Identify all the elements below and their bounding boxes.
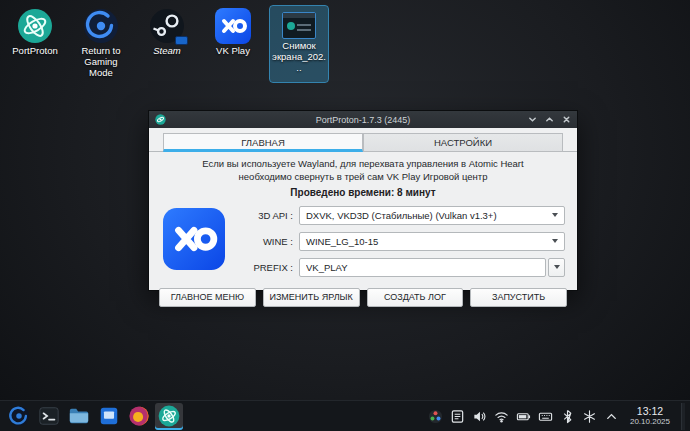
action-button-row: ГЛАВНОЕ МЕНЮ ИЗМЕНИТЬ ЯРЛЫК СОЗДАТЬ ЛОГ … — [159, 288, 567, 307]
3d-api-value: DXVK, VKD3D (Стабильные) (Vulkan v1.3+) — [306, 210, 497, 221]
wayland-notice: Если вы используете Wayland, для перехва… — [149, 158, 577, 184]
wine-select[interactable]: WINE_LG_10-15 — [299, 232, 565, 251]
tab-settings[interactable]: НАСТРОЙКИ — [363, 133, 563, 152]
minimize-button[interactable] — [525, 113, 539, 126]
main-menu-button[interactable]: ГЛАВНОЕ МЕНЮ — [159, 288, 256, 307]
taskbar-item-firefox[interactable] — [125, 403, 153, 430]
gaming-mode-icon — [83, 8, 119, 44]
screenshot-thumbnail-icon — [282, 12, 316, 39]
chevron-down-icon — [552, 239, 558, 243]
battery-icon[interactable] — [515, 408, 532, 425]
color-wheel-icon[interactable] — [427, 408, 444, 425]
bluetooth-icon[interactable] — [559, 408, 576, 425]
steam-deck-badge — [175, 36, 188, 45]
vk-play-large-icon — [163, 208, 225, 270]
wine-value: WINE_LG_10-15 — [306, 236, 378, 247]
create-log-button[interactable]: СОЗДАТЬ ЛОГ — [367, 288, 464, 307]
chevron-down-icon — [554, 265, 560, 269]
desktop-icon-portproton[interactable]: PortProton — [6, 6, 64, 82]
system-tray: 13:12 20.10.2025 — [427, 403, 685, 430]
window-titlebar[interactable]: PortProton-1.7.3 (2445) — [149, 111, 577, 128]
vk-play-icon — [215, 8, 251, 44]
prefix-input[interactable] — [299, 258, 546, 277]
portproton-window: PortProton-1.7.3 (2445) ГЛАВНАЯ НАСТРОЙК… — [148, 110, 578, 291]
desktop-icon-gaming-mode[interactable]: Return to Gaming Mode — [72, 6, 130, 82]
desktop-icon-steam[interactable]: Steam — [138, 6, 196, 82]
notes-icon[interactable] — [449, 408, 466, 425]
chevron-down-icon — [552, 213, 558, 217]
prefix-dropdown-button[interactable] — [548, 258, 565, 277]
notice-line-2: необходимо свернуть в трей сам VK Play И… — [149, 171, 577, 184]
taskbar-item-konsole[interactable] — [35, 403, 63, 430]
wine-label: WINE : — [237, 236, 299, 247]
desktop-icon-screenshot[interactable]: Снимок экрана_202... — [270, 6, 328, 82]
weather-icon[interactable] — [581, 408, 598, 425]
launch-settings-form: 3D API : DXVK, VKD3D (Стабильные) (Vulka… — [163, 206, 565, 277]
desktop-icon-label: PortProton — [12, 46, 57, 57]
clock-time: 13:12 — [630, 405, 670, 417]
3d-api-label: 3D API : — [237, 210, 299, 221]
3d-api-select[interactable]: DXVK, VKD3D (Стабильные) (Vulkan v1.3+) — [299, 206, 565, 225]
app-launcher-button[interactable] — [5, 403, 33, 430]
clock-date: 20.10.2025 — [630, 417, 670, 426]
show-desktop-button[interactable] — [681, 403, 685, 430]
digital-clock[interactable]: 13:12 20.10.2025 — [630, 405, 670, 426]
maximize-button[interactable] — [542, 113, 556, 126]
form-row-prefix: PREFIX : — [237, 258, 565, 277]
volume-icon[interactable] — [471, 408, 488, 425]
tab-bar: ГЛАВНАЯ НАСТРОЙКИ — [149, 128, 577, 152]
taskbar-item-portproton[interactable] — [155, 403, 183, 430]
expand-tray-icon[interactable] — [603, 408, 620, 425]
launch-button[interactable]: ЗАПУСТИТЬ — [470, 288, 567, 307]
desktop-icon-label: VK Play — [216, 46, 250, 57]
close-button[interactable] — [559, 113, 573, 126]
form-row-wine: WINE : WINE_LG_10-15 — [237, 232, 565, 251]
taskbar: 13:12 20.10.2025 — [0, 400, 690, 431]
keyboard-layout-icon[interactable] — [537, 408, 554, 425]
notice-line-1: Если вы используете Wayland, для перехва… — [149, 158, 577, 171]
tab-main[interactable]: ГЛАВНАЯ — [163, 133, 363, 152]
desktop-icon-label: Return to Gaming Mode — [73, 46, 129, 79]
portproton-icon — [17, 8, 53, 44]
form-row-3d-api: 3D API : DXVK, VKD3D (Стабильные) (Vulka… — [237, 206, 565, 225]
taskbar-item-app-window[interactable] — [95, 403, 123, 430]
edit-shortcut-button[interactable]: ИЗМЕНИТЬ ЯРЛЫК — [263, 288, 360, 307]
network-icon[interactable] — [493, 408, 510, 425]
desktop-icon-area: PortProton Return to Gaming Mode Steam — [6, 6, 328, 82]
steam-icon — [149, 8, 185, 44]
desktop-icon-vk-play[interactable]: VK Play — [204, 6, 262, 82]
window-title: PortProton-1.7.3 (2445) — [149, 115, 577, 125]
desktop-icon-label: Снимок экрана_202... — [271, 41, 327, 74]
taskbar-item-files[interactable] — [65, 403, 93, 430]
window-app-icon — [155, 114, 166, 125]
prefix-label: PREFIX : — [237, 262, 299, 273]
desktop-icon-label: Steam — [153, 46, 180, 57]
time-spent-label: Проведено времени: 8 минут — [149, 187, 577, 198]
